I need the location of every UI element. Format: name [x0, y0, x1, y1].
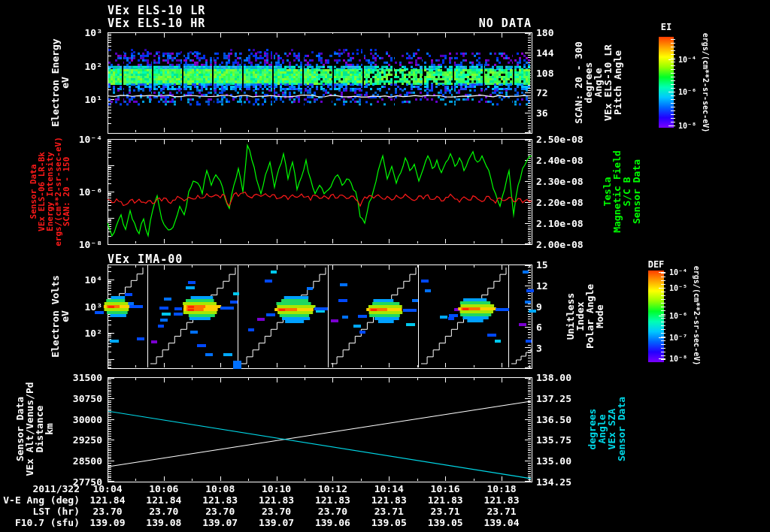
p3-right-tick-2: 9 — [536, 301, 604, 313]
p2-right-tick-5: 2.00e-08 — [536, 239, 604, 250]
footer-row2-value-6: 23.71 — [424, 506, 466, 517]
p1-right-tick-2: 108 — [536, 68, 604, 79]
p3-left-axis-label: Electron Volts eV — [50, 275, 70, 358]
colorbar-def-tick-4: 10⁻⁸ — [669, 355, 687, 363]
p3-left-tick-0: 10⁴ — [27, 274, 102, 286]
p3-left-tick-1: 10³ — [27, 301, 102, 313]
p4-right-tick-2: 136.50 — [536, 414, 604, 425]
p4-left-tick-0: 31500 — [27, 372, 102, 383]
colorbar-def-tick-3: 10⁻⁷ — [669, 334, 687, 342]
colorbar-ei-title: EI — [659, 22, 674, 32]
p2-right-tick-1: 2.40e-08 — [536, 155, 604, 166]
footer-row1-value-3: 121.83 — [256, 494, 298, 506]
panel1-title-hr: VEx ELS-10 HR — [108, 17, 205, 30]
footer-row3-value-6: 139.05 — [424, 517, 466, 528]
footer-row3-value-7: 139.04 — [480, 517, 523, 528]
footer-row2-value-3: 23.70 — [256, 506, 298, 517]
footer-row2-value-7: 23.71 — [480, 506, 523, 517]
no-data-label: NO DATA — [441, 17, 532, 30]
footer-row2-value-1: 23.70 — [143, 506, 185, 517]
p2-right-tick-0: 2.50e-08 — [536, 134, 604, 145]
p3-left-tick-2: 10² — [27, 328, 102, 339]
colorbar-def-tick-2: 10⁻⁶ — [669, 312, 687, 320]
footer-row1-value-0: 121.84 — [86, 494, 129, 506]
footer-row1-value-6: 121.83 — [424, 494, 466, 506]
p1-right-tick-3: 72 — [536, 87, 604, 98]
footer-row0-value-2: 10:08 — [199, 483, 241, 494]
p3-right-axis-label: Unitless Index Polar Angle Mode — [565, 284, 605, 349]
colorbar-ei-tick-2: 10⁻⁸ — [678, 122, 696, 130]
p4-right-tick-3: 135.75 — [536, 434, 604, 446]
p2-right-tick-4: 2.10e-08 — [536, 218, 604, 229]
p4-right-tick-5: 134.25 — [536, 476, 604, 488]
p4-left-tick-2: 30000 — [27, 414, 102, 425]
p4-right-tick-1: 137.25 — [536, 393, 604, 404]
p1-right-tick-0: 180 — [536, 27, 604, 38]
colorbar-ei-unit-label: ergs/(cm**2-sr-sec-eV) — [702, 33, 710, 132]
p2-left-tick-1: 10⁻⁶ — [27, 186, 102, 198]
p3-right-tick-1: 12 — [536, 280, 604, 292]
footer-row-label-ve-ang: V-E Ang (deg) — [0, 494, 80, 506]
footer-row2-value-4: 23.70 — [311, 506, 353, 517]
footer-row-label-f107: F10.7 (sfu) — [0, 517, 80, 528]
p4-right-tick-4: 135.00 — [536, 455, 604, 467]
footer-row1-value-5: 121.83 — [368, 494, 410, 506]
colorbar-def-tick-0: 10⁻⁴ — [669, 268, 687, 277]
footer-row0-value-7: 10:18 — [480, 483, 523, 494]
footer-row1-value-2: 121.83 — [199, 494, 241, 506]
p1-left-tick-2: 10¹ — [27, 94, 102, 105]
footer-row2-value-0: 23.70 — [86, 506, 129, 517]
p3-right-tick-4: 3 — [536, 343, 604, 354]
p4-right-axis-label: degrees Angle VEx SZA Sensor Data — [587, 397, 626, 461]
p4-left-tick-1: 30750 — [27, 393, 102, 404]
footer-row1-value-1: 121.84 — [143, 494, 185, 506]
footer-row1-value-4: 121.83 — [311, 494, 353, 506]
footer-row1-value-7: 121.83 — [480, 494, 523, 506]
p1-left-tick-1: 10² — [27, 61, 102, 72]
p1-right-tick-4: 36 — [536, 107, 604, 119]
p2-left-tick-2: 10⁻⁸ — [27, 239, 102, 250]
footer-row3-value-3: 139.07 — [256, 517, 298, 528]
p4-left-tick-3: 29250 — [27, 434, 102, 446]
colorbar-ei-tick-1: 10⁻⁶ — [678, 88, 696, 96]
footer-row0-value-4: 10:12 — [311, 483, 353, 494]
footer-row3-value-2: 139.07 — [199, 517, 241, 528]
footer-row0-value-0: 10:04 — [86, 483, 129, 494]
p4-right-tick-0: 138.00 — [536, 372, 604, 383]
footer-row-label-lst: LST (hr) — [0, 506, 80, 517]
panel3-title: VEx IMA-00 — [108, 252, 183, 266]
footer-row2-value-5: 23.71 — [368, 506, 410, 517]
p2-right-axis-label: Tesla Magnetic Field S/C B Sensor Data — [602, 150, 641, 233]
plot-page: VEx ELS-10 LR VEx ELS-10 HR NO DATA VEx … — [0, 0, 770, 532]
footer-row3-value-4: 139.06 — [311, 517, 353, 528]
footer-row3-value-5: 139.05 — [368, 517, 410, 528]
p2-right-tick-3: 2.20e-08 — [536, 197, 604, 208]
p2-right-tick-2: 2.30e-08 — [536, 176, 604, 187]
footer-row0-value-3: 10:10 — [256, 483, 298, 494]
footer-row3-value-0: 139.09 — [86, 517, 129, 528]
p3-right-tick-0: 15 — [536, 259, 604, 271]
colorbar-def-title: DEF — [644, 259, 668, 270]
footer-row0-value-5: 10:14 — [368, 483, 410, 494]
footer-row3-value-1: 139.08 — [143, 517, 185, 528]
p3-right-tick-3: 6 — [536, 322, 604, 333]
footer-row0-value-6: 10:16 — [424, 483, 466, 494]
p1-right-tick-1: 144 — [536, 47, 604, 59]
p2-left-tick-0: 10⁻⁴ — [27, 134, 102, 145]
p4-left-tick-4: 28500 — [27, 455, 102, 467]
colorbar-ei-tick-0: 10⁻⁴ — [678, 56, 696, 64]
panel1-title-lr: VEx ELS-10 LR — [108, 4, 205, 17]
footer-row2-value-2: 23.70 — [199, 506, 241, 517]
colorbar-def-unit-label: ergs/(cm**2-sr-sec-eV) — [693, 266, 701, 365]
p1-left-tick-0: 10³ — [27, 27, 102, 38]
colorbar-def-tick-1: 10⁻⁵ — [669, 284, 687, 292]
footer-row0-value-1: 10:06 — [143, 483, 185, 494]
p1-left-axis-label: Electron Energy eV — [50, 38, 70, 126]
